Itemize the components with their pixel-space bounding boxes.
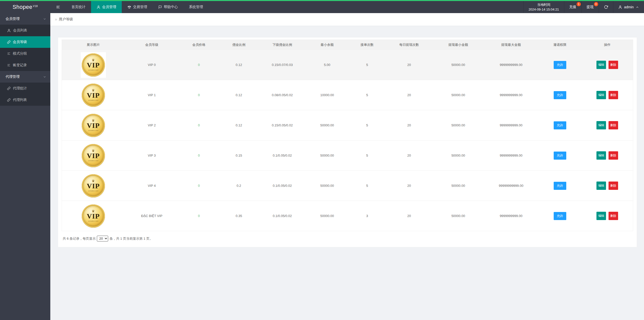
sidebar-item[interactable]: 账变记录: [0, 59, 50, 71]
min-withdrawal-cell: 50000.00: [432, 201, 484, 231]
level-cell: VIP 4: [125, 171, 179, 201]
actions-cell: 编辑 删除: [582, 50, 633, 80]
levels-table: 展示图片会员等级会员价格佣金比例下级佣金比例最小余额接单次数每日提现次数提现最小…: [62, 40, 633, 231]
edit-button[interactable]: 编辑: [596, 182, 606, 190]
min-withdrawal-cell: 50000.00: [432, 80, 484, 110]
allow-button[interactable]: 允许: [554, 121, 566, 129]
allow-button[interactable]: 允许: [554, 212, 566, 220]
price-cell: 0: [179, 140, 219, 171]
max-withdrawal-cell: 9999999999.00: [484, 110, 538, 140]
edit-button[interactable]: 编辑: [596, 121, 606, 129]
commission-cell: 0.35: [219, 201, 259, 231]
hamburger-icon: [56, 5, 60, 9]
max-withdrawal-cell: 9999999999.00: [484, 50, 538, 80]
sidebar-item[interactable]: 代理列表: [0, 94, 50, 106]
breadcrumb: » 用户等级: [50, 13, 644, 26]
nav-item[interactable]: 会员管理: [91, 1, 122, 13]
withdraw-label: 提现: [587, 5, 594, 9]
sidebar-item[interactable]: 代理管理: [0, 71, 50, 83]
sidebar-item[interactable]: 模式分组: [0, 48, 50, 59]
sidebar-item[interactable]: 会员列表: [0, 25, 50, 36]
local-time-block: 当地时间 2024-09-14 15:04:21: [523, 1, 564, 13]
allow-button[interactable]: 允许: [554, 152, 566, 160]
delete-button[interactable]: 删除: [609, 182, 618, 190]
allow-button[interactable]: 允许: [554, 182, 566, 190]
daily-withdrawals-cell: 20: [386, 110, 432, 140]
commission-cell: 0.12: [219, 110, 259, 140]
vip-coin: ♛ VIP seriedess card: [82, 53, 105, 77]
vip-coin-image: ♛ VIP seriedess card: [81, 113, 106, 138]
edit-button[interactable]: 编辑: [596, 151, 606, 160]
min-balance-cell: 50000.00: [306, 110, 348, 140]
commission-cell: 0.12: [219, 50, 259, 80]
delete-button[interactable]: 删除: [609, 212, 618, 220]
column-header: 邀请权限: [538, 40, 582, 50]
pagination-suffix: 条，共 1 页当前显示第 1 页。: [109, 236, 153, 241]
vip-coin: ♛ VIP seriedess card: [82, 174, 105, 197]
sidebar-item[interactable]: 代理统计: [0, 83, 50, 94]
daily-withdrawals-cell: 20: [386, 171, 432, 201]
delete-button[interactable]: 删除: [609, 61, 618, 69]
min-withdrawal-cell: 50000.00: [432, 110, 484, 140]
orders-cell: 5: [349, 110, 386, 140]
edit-button[interactable]: 编辑: [596, 212, 606, 220]
pagination-prefix: 共 6 条记录，每页显示: [63, 236, 96, 241]
top-navbar: ShopeeV18 首页统计会员管理交易管理帮助中心系统管理 当地时间 2024…: [0, 1, 644, 13]
orders-cell: 5: [349, 80, 386, 110]
allow-button[interactable]: 允许: [554, 61, 566, 69]
vip-coin: ♛ VIP seriedess card: [82, 84, 105, 107]
nav-item[interactable]: 帮助中心: [153, 1, 183, 13]
level-cell: ĐẶC BIỆT VIP: [125, 201, 179, 231]
min-balance-cell: 50000.00: [306, 140, 348, 171]
app-logo: ShopeeV18: [0, 1, 50, 13]
scales-icon: [127, 5, 131, 9]
nav-item[interactable]: 首页统计: [66, 1, 91, 13]
local-time-value: 2024-09-14 15:04:21: [529, 7, 559, 12]
breadcrumb-chevron-icon: »: [55, 17, 57, 22]
invite-cell: 允许: [538, 110, 582, 140]
sub-commission-cell: 0.08/0.05/0.02: [259, 80, 306, 110]
edit-button[interactable]: 编辑: [596, 91, 606, 99]
user-icon: [618, 5, 622, 9]
column-header: 佣金比例: [219, 40, 259, 50]
display-image-cell: ♛ VIP seriedess card: [62, 110, 125, 140]
column-header: 提现最大金额: [484, 40, 538, 50]
actions-cell: 编辑 删除: [582, 140, 633, 171]
actions-cell: 编辑 删除: [582, 110, 633, 140]
sub-commission-cell: 0.15/0.05/0.02: [259, 110, 306, 140]
refresh-button[interactable]: [599, 1, 613, 13]
table-row: ♛ VIP seriedess card VIP 400.20.1/0.05/0…: [62, 171, 633, 201]
delete-button[interactable]: 删除: [609, 121, 618, 129]
price-cell: 0: [179, 201, 219, 231]
sidebar-item[interactable]: 会员等级: [0, 36, 50, 48]
sub-commission-cell: 0.1/0.05/0.02: [259, 140, 306, 171]
nav-item[interactable]: 系统管理: [183, 1, 209, 13]
navbar-right: 当地时间 2024-09-14 15:04:21 充值 1 提现 0 admin: [523, 1, 644, 13]
column-header: 每日提现次数: [386, 40, 432, 50]
delete-button[interactable]: 删除: [609, 151, 618, 160]
nav-item[interactable]: 交易管理: [122, 1, 153, 13]
invite-cell: 允许: [538, 80, 582, 110]
refresh-icon: [604, 5, 608, 9]
allow-button[interactable]: 允许: [554, 91, 566, 99]
admin-menu[interactable]: admin: [613, 1, 644, 13]
sidebar-item-label: 会员列表: [13, 28, 27, 33]
sidebar-item-label: 代理统计: [13, 86, 27, 91]
per-page-select[interactable]: 20: [97, 236, 108, 241]
edit-button[interactable]: 编辑: [596, 61, 606, 69]
orders-cell: 5: [349, 50, 386, 80]
sidebar-collapse-button[interactable]: [50, 1, 66, 13]
invite-cell: 允许: [538, 50, 582, 80]
price-cell: 0: [179, 171, 219, 201]
vip-coin-image: ♛ VIP seriedess card: [81, 82, 106, 108]
display-image-cell: ♛ VIP seriedess card: [62, 171, 125, 201]
recharge-link[interactable]: 充值 1: [564, 1, 581, 13]
min-withdrawal-cell: 50000.00: [432, 140, 484, 171]
column-header: 会员等级: [125, 40, 179, 50]
vip-coin-image: ♛ VIP seriedess card: [81, 173, 106, 199]
daily-withdrawals-cell: 20: [386, 201, 432, 231]
chevron-up-icon: [636, 6, 639, 9]
delete-button[interactable]: 删除: [609, 91, 618, 99]
sidebar-item[interactable]: 会员管理: [0, 13, 50, 25]
withdraw-link[interactable]: 提现 0: [581, 1, 599, 13]
